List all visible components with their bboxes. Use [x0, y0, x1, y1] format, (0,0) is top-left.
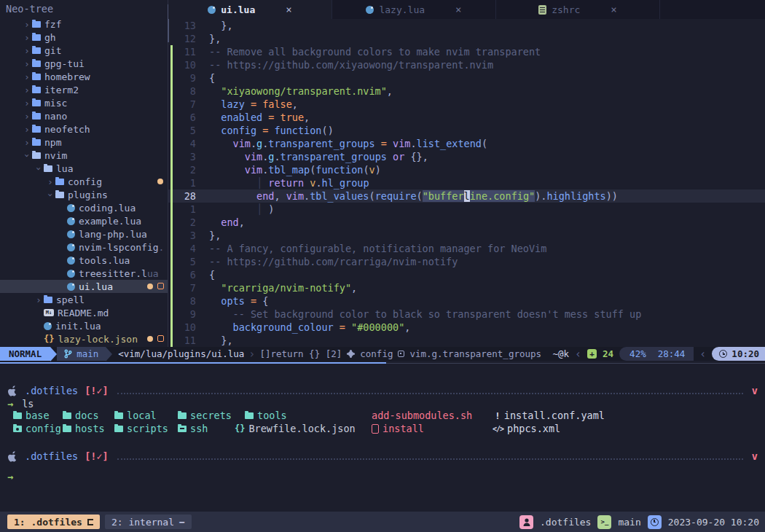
- token: [334, 321, 340, 333]
- tree-item-plugins[interactable]: ›plugins: [0, 188, 168, 201]
- code-line[interactable]: 4 vim.g.transparent_groups = vim.list_ex…: [168, 137, 765, 150]
- neotree-sidebar[interactable]: Neo-tree ›fzf›gh›git›gpg-tui›homebrew›it…: [0, 0, 168, 347]
- tmux-window-1.dotfiles[interactable]: 1: .dotfiles: [7, 515, 100, 529]
- tree-item-gpg-tui[interactable]: ›gpg-tui: [0, 57, 168, 70]
- tree-item-homebrew[interactable]: ›homebrew: [0, 70, 168, 83]
- code-line[interactable]: 10 background_colour = "#000000",: [168, 321, 765, 334]
- neotree-title: Neo-tree: [0, 0, 168, 17]
- ls-entry-label: ssh: [190, 423, 208, 434]
- tree-item-README.md[interactable]: README.md: [0, 306, 168, 319]
- token: [209, 282, 221, 294]
- folder-icon: [32, 152, 41, 159]
- code-line[interactable]: 4-- A fancy, configurable, notification …: [168, 242, 765, 255]
- tree-item-treesitter.lua[interactable]: treesitter.lua: [0, 267, 168, 280]
- token: },: [209, 33, 221, 44]
- code-line[interactable]: 6{: [168, 268, 765, 281]
- token: -- Remove all background colors to make …: [209, 46, 541, 58]
- token: (: [369, 190, 375, 202]
- tree-item-coding.lua[interactable]: coding.lua: [0, 201, 168, 214]
- code-line[interactable]: 2 vim.tbl_map(function(v): [168, 163, 765, 176]
- code-line[interactable]: 1 │ ): [168, 203, 765, 216]
- chevron-right-icon: ›: [22, 137, 32, 148]
- tab-ui.lua[interactable]: ui.lua×: [168, 0, 332, 19]
- tree-item-misc[interactable]: ›misc: [0, 96, 168, 109]
- code-line[interactable]: 7 lazy = false,: [168, 98, 765, 111]
- code-line[interactable]: 12},: [168, 32, 765, 45]
- command-line[interactable]: →: [7, 470, 13, 483]
- editor-pane[interactable]: ui.lua×lazy.lua×zshrc× 13 },12},11-- Rem…: [168, 0, 765, 347]
- token: [304, 177, 310, 189]
- code-line[interactable]: 3},: [168, 229, 765, 242]
- code-line[interactable]: 13 },: [168, 19, 765, 32]
- close-icon[interactable]: ×: [611, 4, 616, 15]
- chevron-right-icon: ›: [22, 19, 32, 30]
- git-sign-column: [168, 268, 174, 281]
- code-line[interactable]: 9 -- Set background color to black so tr…: [168, 308, 765, 321]
- code-text: vim.tbl_map(function(v): [196, 163, 381, 176]
- tree-item-gh[interactable]: ›gh: [0, 31, 168, 44]
- code-line[interactable]: 5 config = function(): [168, 124, 765, 137]
- code-line[interactable]: 28 end, vim.tbl_values(require("bufferli…: [168, 189, 765, 203]
- tree-item-label: treesitter.lua: [79, 268, 159, 279]
- code-text: -- Set background color to black so tran…: [196, 308, 641, 321]
- tree-item-lazy-lock.json[interactable]: lazy-lock.json: [0, 332, 168, 345]
- tree-item-iterm2[interactable]: ›iterm2: [0, 83, 168, 96]
- tree-item-neofetch[interactable]: ›neofetch: [0, 122, 168, 136]
- code-line[interactable]: 8 opts = {: [168, 294, 765, 308]
- code-line[interactable]: 3 vim.g.transparent_groups or {},: [168, 150, 765, 163]
- code-text: background_colour = "#000000",: [196, 321, 410, 334]
- token: [256, 295, 262, 307]
- tree-item-npm[interactable]: ›npm: [0, 136, 168, 149]
- folder-icon: [13, 412, 22, 419]
- token: ine.config": [470, 190, 535, 202]
- tree-item-example.lua[interactable]: example.lua: [0, 214, 168, 227]
- code-line[interactable]: 9{: [168, 71, 765, 85]
- tree-item-ui.lua[interactable]: ui.lua: [0, 280, 168, 293]
- terminal-pane[interactable]: .dotfiles[!✓]v.dotfiles[!✓]v→ls→basedocs…: [0, 364, 765, 512]
- tree-item-lua[interactable]: ›lua: [0, 162, 168, 175]
- code-line[interactable]: 2 end,: [168, 216, 765, 229]
- code-line[interactable]: 10-- https://github.com/xiyaowong/transp…: [168, 58, 765, 71]
- tree-item-config[interactable]: ›config: [0, 175, 168, 188]
- git-branch-segment: main: [57, 347, 106, 361]
- code-text: enabled = true,: [196, 111, 310, 124]
- token: =: [251, 295, 256, 307]
- token: enabled: [221, 112, 262, 123]
- tree-item-init.lua[interactable]: init.lua: [0, 319, 168, 332]
- code-text: {: [196, 71, 215, 85]
- git-sign-column: [168, 137, 174, 150]
- close-icon[interactable]: ×: [455, 4, 461, 15]
- code-line[interactable]: 5-- https://github.com/rcarriga/nvim-not…: [168, 255, 765, 268]
- tree-item-git[interactable]: ›git: [0, 44, 168, 57]
- code-line[interactable]: 1 │ return v.hl_group: [168, 176, 765, 189]
- prompt-host: .dotfiles: [25, 385, 78, 396]
- token: =: [340, 321, 345, 333]
- tree-item-tools.lua[interactable]: tools.lua: [0, 254, 168, 267]
- cursor: l: [464, 190, 470, 202]
- tree-item-lang-php.lua[interactable]: lang-php.lua: [0, 227, 168, 240]
- code-text: },: [196, 229, 221, 242]
- tree-item-nvim[interactable]: ›nvim: [0, 149, 168, 162]
- tmux-window-2internal[interactable]: 2: internal−: [105, 515, 192, 529]
- code-line[interactable]: 6 enabled = true,: [168, 111, 765, 124]
- tab-zshrc[interactable]: zshrc×: [496, 0, 660, 19]
- code-line[interactable]: 7 "rcarriga/nvim-notify",: [168, 281, 765, 294]
- tab-lazy.lua[interactable]: lazy.lua×: [332, 0, 496, 19]
- code-text: end,: [196, 216, 245, 229]
- line-number: 3: [174, 229, 196, 242]
- close-icon[interactable]: ×: [286, 4, 291, 15]
- tree-item-nano[interactable]: ›nano: [0, 109, 168, 122]
- code-line[interactable]: 11 },: [168, 334, 765, 347]
- code-line[interactable]: 8 "xiyaowong/transparent.nvim",: [168, 85, 765, 98]
- token: {},: [410, 151, 428, 163]
- tree-item-spell[interactable]: ›spell: [0, 293, 168, 306]
- tree-item-nvim-lspconfig.[interactable]: nvim-lspconfig.: [0, 240, 168, 254]
- chevron-right-icon: ›: [22, 45, 32, 56]
- tree-item-fzf[interactable]: ›fzf: [0, 17, 168, 31]
- ls-entry-Brewfile.lock.json: Brewfile.lock.json: [235, 422, 356, 435]
- token: lazy: [221, 98, 245, 110]
- git-sign-column: [168, 242, 174, 255]
- code-line[interactable]: 11-- Remove all background colors to mak…: [168, 45, 765, 58]
- chevron-right-icon: ›: [248, 348, 255, 361]
- token: -- Set background color to black so tran…: [233, 308, 642, 320]
